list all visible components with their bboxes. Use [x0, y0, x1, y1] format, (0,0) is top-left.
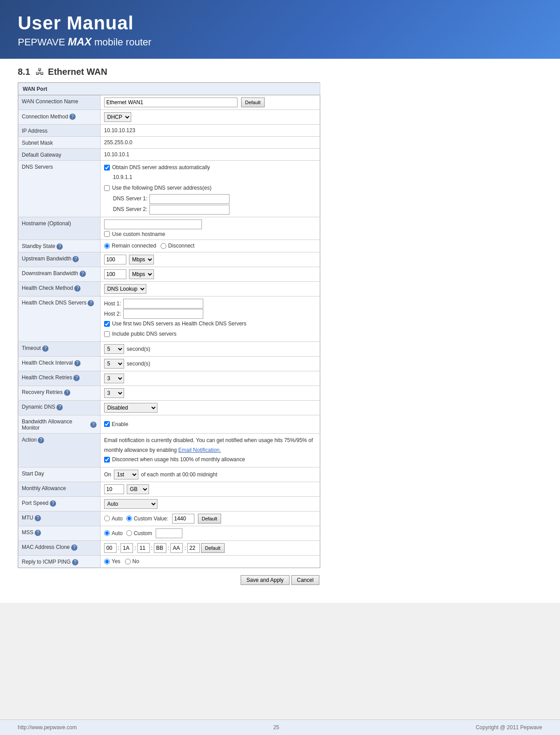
mtu-auto-label[interactable]: Auto	[104, 516, 123, 522]
downstream-unit-select[interactable]: Mbps	[129, 269, 154, 279]
table-row: MSS ? Auto Custom	[18, 526, 320, 540]
mac-oct5-input[interactable]	[170, 543, 183, 553]
port-speed-select[interactable]: Auto	[104, 499, 157, 509]
table-row: Health Check DNS Servers ? Host 1: Host …	[18, 296, 320, 341]
monthly-allowance-cell: GB	[101, 482, 320, 496]
action-disconnect-label[interactable]: Disconnect when usage hits 100% of month…	[104, 455, 316, 465]
action-help-icon[interactable]: ?	[38, 437, 44, 443]
hc-use-first-two-label[interactable]: Use first two DNS servers as Health Chec…	[104, 319, 316, 329]
recovery-retries-help-icon[interactable]: ?	[64, 390, 70, 396]
hc-host1-input[interactable]	[123, 299, 203, 309]
mss-help-icon[interactable]: ?	[35, 530, 41, 536]
mss-value-input[interactable]	[156, 528, 182, 538]
hc-retries-select[interactable]: 3	[104, 374, 124, 383]
mtu-default-btn[interactable]: Default	[198, 514, 222, 524]
start-day-select[interactable]: 1st	[114, 470, 138, 479]
mtu-custom-radio[interactable]	[126, 516, 132, 521]
timeout-select[interactable]: 5	[104, 344, 124, 354]
mtu-custom-label[interactable]: Custom Value:	[126, 516, 169, 522]
table-row: Upstream Bandwidth ? Mbps	[18, 252, 320, 267]
action-disconnect-checkbox[interactable]	[104, 457, 110, 463]
reply-no-label[interactable]: No	[125, 558, 139, 564]
timeout-cell: 5 second(s)	[101, 341, 320, 356]
save-apply-button[interactable]: Save and Apply	[241, 575, 289, 585]
reply-yes-radio[interactable]	[104, 559, 110, 564]
dns-following-checkbox[interactable]	[104, 185, 110, 191]
hostname-custom-label[interactable]: Use custom hostname	[104, 231, 316, 237]
standby-remain-label[interactable]: Remain connected	[104, 243, 156, 249]
hc-use-first-two-checkbox[interactable]	[104, 321, 110, 327]
mss-auto-label[interactable]: Auto	[104, 530, 123, 536]
hc-include-public-label[interactable]: Include public DNS servers	[104, 329, 316, 339]
section-heading: 8.1 🖧 Ethernet WAN	[0, 59, 560, 82]
email-notification-link[interactable]: Email Notification.	[178, 447, 221, 453]
subnet-mask-label: Subnet Mask	[18, 137, 101, 149]
hc-interval-select[interactable]: 5	[104, 359, 124, 369]
connection-method-help-icon[interactable]: ?	[69, 114, 76, 120]
standby-remain-radio[interactable]	[104, 243, 110, 249]
health-check-method-select[interactable]: DNS Lookup	[104, 284, 146, 294]
port-speed-help-icon[interactable]: ?	[50, 500, 56, 507]
mac-oct2-input[interactable]	[121, 543, 133, 553]
monthly-unit-select[interactable]: GB	[127, 484, 149, 494]
main-content: WAN Port WAN Connection Name Default Con…	[0, 82, 560, 603]
table-row: Health Check Method ? DNS Lookup	[18, 281, 320, 296]
monthly-allowance-label: Monthly Allowance	[18, 482, 101, 496]
table-row: Bandwidth Allowance Monitor ? Enable	[18, 415, 320, 433]
downstream-help-icon[interactable]: ?	[80, 271, 86, 277]
mtu-help-icon[interactable]: ?	[35, 515, 41, 521]
table-row: Connection Method ? DHCP	[18, 110, 320, 125]
recovery-retries-select[interactable]: 3	[104, 388, 124, 398]
default-gateway-value: 10.10.10.1	[101, 149, 320, 161]
reply-yes-label[interactable]: Yes	[104, 558, 121, 564]
cancel-button[interactable]: Cancel	[291, 575, 319, 585]
monthly-value-input[interactable]	[104, 484, 124, 494]
reply-no-radio[interactable]	[125, 559, 131, 564]
dynamic-dns-help-icon[interactable]: ?	[56, 404, 63, 410]
hc-interval-help-icon[interactable]: ?	[74, 360, 81, 366]
mtu-auto-radio[interactable]	[104, 516, 110, 521]
timeout-help-icon[interactable]: ?	[42, 345, 48, 352]
mac-default-btn[interactable]: Default	[201, 543, 225, 553]
bw-enable-label[interactable]: Enable	[104, 421, 128, 427]
hc-include-public-checkbox[interactable]	[104, 331, 110, 337]
mss-custom-label[interactable]: Custom	[126, 530, 152, 536]
dynamic-dns-select[interactable]: Disabled	[104, 403, 157, 413]
hostname-custom-checkbox[interactable]	[104, 231, 110, 237]
mss-custom-radio[interactable]	[126, 530, 132, 536]
dns-following-label[interactable]: Use the following DNS server address(es)	[104, 183, 316, 193]
downstream-input[interactable]	[104, 269, 126, 279]
wan-connection-default-btn[interactable]: Default	[241, 97, 265, 107]
dns-server2-input[interactable]	[149, 205, 230, 215]
health-check-method-help-icon[interactable]: ?	[74, 285, 81, 292]
mtu-value-input[interactable]	[172, 514, 194, 524]
upstream-input[interactable]	[104, 255, 126, 264]
upstream-help-icon[interactable]: ?	[73, 256, 79, 262]
dns-server2-row: DNS Server 2:	[113, 205, 316, 215]
standby-disconnect-label[interactable]: Disconnect	[161, 243, 194, 249]
upstream-unit-select[interactable]: Mbps	[129, 255, 154, 264]
mac-oct3-input[interactable]	[137, 543, 150, 553]
reply-icmp-help-icon[interactable]: ?	[72, 559, 78, 565]
hc-host2-input[interactable]	[123, 309, 203, 319]
table-row: Start Day On 1st of each month at 00:00 …	[18, 467, 320, 482]
dns-auto-checkbox[interactable]	[104, 165, 110, 171]
standby-help-icon[interactable]: ?	[56, 244, 63, 250]
mac-help-icon[interactable]: ?	[71, 544, 77, 551]
health-check-dns-help-icon[interactable]: ?	[88, 300, 94, 306]
mac-oct1-input[interactable]	[104, 543, 117, 553]
wan-connection-name-input[interactable]	[104, 97, 238, 107]
connection-method-select[interactable]: DHCP	[104, 112, 131, 122]
hostname-label: Hostname (Optional)	[18, 217, 101, 240]
mac-oct4-input[interactable]	[154, 543, 166, 553]
hostname-input[interactable]	[104, 219, 202, 229]
bw-enable-checkbox[interactable]	[104, 421, 110, 427]
dns-auto-label[interactable]: Obtain DNS server address automatically	[104, 163, 316, 173]
mac-oct6-input[interactable]	[187, 543, 200, 553]
mss-auto-radio[interactable]	[104, 530, 110, 536]
bw-allowance-help-icon[interactable]: ?	[90, 422, 97, 428]
hc-retries-help-icon[interactable]: ?	[73, 375, 80, 381]
standby-disconnect-radio[interactable]	[161, 243, 166, 249]
hc-interval-cell: 5 second(s)	[101, 356, 320, 371]
dns-server1-input[interactable]	[149, 194, 230, 204]
